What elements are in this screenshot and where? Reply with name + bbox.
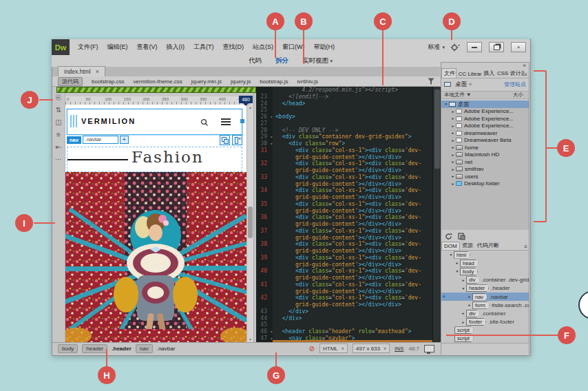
restore-button[interactable] <box>489 42 504 52</box>
chevron-right-icon[interactable]: ▸ <box>450 145 456 149</box>
chevron-right-icon[interactable]: ▸ <box>467 303 472 307</box>
dom-tag-pill[interactable]: nav <box>472 293 487 301</box>
code-line[interactable]: grid-guide-content'></div></div> <box>256 235 432 242</box>
code-line[interactable]: 37 <div class="col-xs-1"><div class='dev… <box>256 228 432 235</box>
code-line[interactable]: 33 <div class="col-xs-1"><div class='dev… <box>256 174 432 181</box>
file-tree-row[interactable]: ▸Adobe Experience... <box>441 115 529 123</box>
fashion-section[interactable]: Fashion <box>67 147 242 172</box>
code-line[interactable]: 41 <div class="col-xs-1"><div class='dev… <box>256 282 432 288</box>
open-documents-icon[interactable]: ⎘ <box>56 94 61 102</box>
menu-item[interactable]: 窗口(W) <box>282 43 305 52</box>
code-line[interactable]: 23 <![endif]--> <box>256 94 432 101</box>
tab-code-view[interactable]: 代码 <box>249 56 262 65</box>
code-line[interactable]: 40 <div class="col-xs-1"><div class='dev… <box>256 268 432 275</box>
search-icon[interactable] <box>200 118 209 127</box>
device-preview-icon[interactable] <box>424 345 434 352</box>
file-tree-row[interactable]: ▸Adobe Experience... <box>441 108 529 116</box>
hamburger-menu-icon[interactable] <box>221 118 231 125</box>
dom-tree-row[interactable]: ▸footer.site-footer <box>441 318 529 326</box>
site-name[interactable]: 桌面 <box>455 81 467 89</box>
file-tree-row[interactable]: ▾桌面 <box>441 101 529 108</box>
sync-settings-gear-icon[interactable] <box>450 43 460 52</box>
element-display-class-field[interactable]: .navbar <box>83 136 118 144</box>
code-line[interactable]: 34 <div class="col-xs-1"><div class='dev… <box>256 187 432 194</box>
menu-item[interactable]: 编辑(E) <box>107 43 128 52</box>
code-line[interactable]: grid-guide-content'></div></div> <box>256 302 432 308</box>
chevron-down-icon[interactable]: ▾ <box>454 269 460 273</box>
selection-handle[interactable] <box>240 119 244 123</box>
code-line[interactable]: 39 <div class="col-xs-1"><div class='dev… <box>256 255 432 262</box>
chevron-right-icon[interactable]: ▸ <box>450 138 456 142</box>
chevron-right-icon[interactable]: ▸ <box>450 174 456 178</box>
file-tree-row[interactable]: ▸Desktop folder <box>441 180 529 188</box>
code-line[interactable]: 30▾ <div class="row"> <box>256 140 432 147</box>
fold-arrow-icon[interactable]: ▾ <box>270 328 273 335</box>
code-line[interactable]: 25 <box>256 107 432 114</box>
live-view-options-icon[interactable]: ◫ <box>55 118 61 127</box>
dom-tree-row[interactable]: ▸div.container <box>441 309 529 317</box>
code-line[interactable]: 36 <div class="col-xs-1"><div class='dev… <box>256 214 432 221</box>
chevron-right-icon[interactable]: ▸ <box>461 320 466 324</box>
code-line[interactable]: 46▾ <header class="header" role="masthea… <box>256 328 432 335</box>
doctype-select[interactable]: HTML˅ <box>319 344 348 353</box>
code-line[interactable]: 32 <div class="col-xs-1"><div class='dev… <box>256 160 432 167</box>
file-tree-row[interactable]: ▸Adobe Experience... <box>441 123 529 130</box>
dom-panel-tab[interactable]: 资源 <box>460 241 475 250</box>
document-tab-index-html[interactable]: index.html × <box>58 66 105 76</box>
code-line[interactable]: grid-guide-content'></div></div> <box>256 167 432 174</box>
fold-arrow-icon[interactable]: ▾ <box>270 114 273 120</box>
panel-menu-icon[interactable]: ≡ <box>524 244 529 250</box>
file-tree-row[interactable]: ▸dreamweaver <box>441 129 529 137</box>
add-class-button[interactable]: + <box>120 136 129 144</box>
design-view[interactable]: VERMILION nav .navbar + Fashion <box>65 105 246 342</box>
hero-fashion-image[interactable] <box>65 172 246 342</box>
code-line[interactable]: 29▾ <div class="container dev-grid-guide… <box>256 134 432 140</box>
code-line[interactable]: 28 <!-- DEV ONLY --> <box>256 127 432 134</box>
tag-selector-item[interactable]: .header <box>112 346 131 352</box>
dom-tag-pill[interactable]: body <box>460 268 478 275</box>
error-icon[interactable]: ⊘ <box>309 345 315 352</box>
chevron-right-icon[interactable]: ▸ <box>467 295 472 299</box>
tag-selector-item[interactable]: .navbar <box>157 346 176 352</box>
code-snippet-icon[interactable] <box>458 233 465 240</box>
code-line[interactable]: grid-guide-content'></div></div> <box>256 248 432 255</box>
chevron-down-icon[interactable]: ▾ <box>461 286 466 290</box>
ruler-width-marker[interactable]: 480 <box>239 96 253 103</box>
code-line[interactable]: grid-guide-content'></div></div> <box>256 275 432 282</box>
tab-live-view[interactable]: 实时视图 ▾ <box>302 56 333 65</box>
code-line[interactable]: grid-guide-content'></div></div> <box>256 262 432 268</box>
workspace-switcher-button[interactable]: 标准 ▾ <box>428 43 445 52</box>
chevron-right-icon[interactable]: ▸ <box>461 311 466 315</box>
dom-panel-tab[interactable]: 代码片断 <box>475 241 501 250</box>
dom-tag-pill[interactable]: footer <box>466 318 486 326</box>
chevron-right-icon[interactable]: ▸ <box>461 278 466 282</box>
code-line[interactable]: 43 </div> <box>256 308 432 315</box>
chevron-right-icon[interactable]: ▸ <box>450 131 456 135</box>
menu-item[interactable]: 查找(D) <box>223 43 244 52</box>
code-line[interactable]: 4.2/respond.min.js"></script> <box>256 87 432 94</box>
scroll-down-icon[interactable]: ▼ <box>247 337 253 341</box>
tag-selector-item[interactable]: header <box>82 344 107 353</box>
related-file[interactable]: 源代码 <box>58 77 83 86</box>
format-menu-icon[interactable]: ≡ <box>56 131 61 139</box>
close-button[interactable]: × <box>511 42 526 52</box>
design-scrollbar[interactable]: ▲ ▼ <box>246 105 253 342</box>
manage-sites-link[interactable]: 管理站点 <box>504 81 526 88</box>
code-line[interactable]: grid-guide-content'></div></div> <box>256 154 432 161</box>
code-line[interactable]: 42 <div class="col-xs-1"><div class='dev… <box>256 295 432 302</box>
code-line[interactable]: grid-guide-content'></div></div> <box>256 221 432 228</box>
insert-node-icon[interactable]: + <box>442 293 445 300</box>
related-file[interactable]: bootstrap.js <box>260 78 288 85</box>
menu-item[interactable]: 插入(I) <box>167 43 185 52</box>
duplicate-element-icon[interactable] <box>220 135 230 145</box>
site-header-selection[interactable]: VERMILION <box>67 109 242 135</box>
dom-tag-pill[interactable]: script <box>454 326 474 334</box>
panel-tab-CSS 设计器[interactable]: CSS 设计器 <box>495 69 524 78</box>
file-management-icon[interactable]: ⇅ <box>56 106 61 114</box>
code-line[interactable]: grid-guide-content'></div></div> <box>256 208 432 215</box>
dom-panel-tab[interactable]: DOM <box>441 242 460 250</box>
window-size-select[interactable]: 497 x 633˅ <box>353 344 390 353</box>
dom-tag-pill[interactable]: div <box>466 276 480 284</box>
file-tree-row[interactable]: ▸smithav <box>441 166 529 173</box>
dom-tree-row[interactable]: ▾body <box>441 267 529 275</box>
